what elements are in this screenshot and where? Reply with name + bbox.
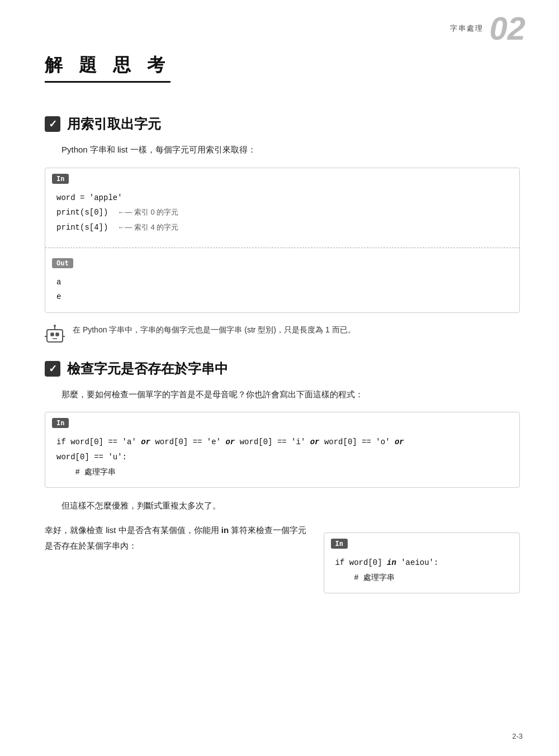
code-block-1: In word = 'apple' print(s[0]) ←— 索引 0 的字… — [45, 168, 520, 313]
code-out-line-2: e — [56, 289, 508, 305]
section2-body2: 但這樣不怎麼優雅，判斷式重複太多次了。 — [45, 498, 520, 513]
code-line-long-2: word[0] == 'u': — [56, 450, 508, 465]
chapter-number: 02 — [489, 12, 525, 45]
code-block-3: In if word[0] in 'aeiou': # 處理字串 — [324, 532, 520, 593]
section1-title: 用索引取出字元 — [67, 115, 161, 133]
code-line-short-1: if word[0] in 'aeiou': — [335, 555, 508, 570]
code-in-tag-3: In — [331, 539, 348, 549]
code-out-line-1: a — [56, 275, 508, 290]
note-text-1: 在 Python 字串中，字串的每個字元也是一個字串 (str 型別)，只是長度… — [73, 323, 356, 337]
col-left: 幸好，就像檢查 list 中是否含有某個值，你能用 in 算符來檢查一個字元是否… — [45, 522, 307, 562]
section2-title: 檢查字元是否存在於字串中 — [67, 360, 228, 378]
section2-heading: 檢查字元是否存在於字串中 — [45, 360, 520, 378]
code-line-long-1: if word[0] == 'a' or word[0] == 'e' or w… — [56, 435, 508, 450]
code-line-short-2: # 處理字串 — [335, 570, 508, 586]
section1-checkbox — [45, 116, 60, 132]
code-line-3: print(s[4]) ←— 索引 4 的字元 — [56, 220, 508, 235]
code-out-tag-1: Out — [52, 258, 73, 268]
code-line-long-3: # 處理字串 — [56, 465, 508, 480]
code-in-tag-1: In — [52, 174, 69, 184]
section1-heading: 用索引取出字元 — [45, 115, 520, 133]
svg-point-5 — [54, 325, 56, 327]
main-title: 解 題 思 考 — [45, 53, 170, 83]
code-in-tag-2: In — [52, 418, 69, 428]
svg-rect-2 — [56, 333, 59, 336]
code-line-2: print(s[0]) ←— 索引 0 的字元 — [56, 205, 508, 220]
section2-body1: 那麼，要如何檢查一個單字的字首是不是母音呢？你也許會寫出下面這樣的程式： — [45, 387, 520, 402]
two-col-layout: 幸好，就像檢查 list 中是否含有某個值，你能用 in 算符來檢查一個字元是否… — [45, 522, 520, 603]
chapter-label: 字串處理 — [450, 23, 484, 34]
robot-icon — [45, 324, 65, 344]
section2-checkbox — [45, 361, 60, 377]
svg-rect-0 — [47, 330, 63, 342]
code-body-2: if word[0] == 'a' or word[0] == 'e' or w… — [45, 432, 519, 487]
svg-rect-1 — [51, 333, 54, 336]
code-body-1: word = 'apple' print(s[0]) ←— 索引 0 的字元 p… — [45, 188, 519, 243]
code-body-3: if word[0] in 'aeiou': # 處理字串 — [324, 553, 519, 593]
col-right: In if word[0] in 'aeiou': # 處理字串 — [324, 522, 520, 603]
code-divider-1 — [45, 248, 519, 248]
note-box-1: 在 Python 字串中，字串的每個字元也是一個字串 (str 型別)，只是長度… — [45, 323, 520, 344]
code-out-body-1: a e — [45, 273, 519, 312]
code-block-2: In if word[0] == 'a' or word[0] == 'e' o… — [45, 412, 520, 488]
section2-body3: 幸好，就像檢查 list 中是否含有某個值，你能用 in 算符來檢查一個字元是否… — [45, 522, 307, 554]
page-header: 字串處理 02 — [450, 12, 525, 45]
section1-intro: Python 字串和 list 一樣，每個字元可用索引來取得： — [45, 142, 520, 158]
page-number: 2-3 — [512, 732, 523, 740]
code-line-1: word = 'apple' — [56, 191, 508, 206]
